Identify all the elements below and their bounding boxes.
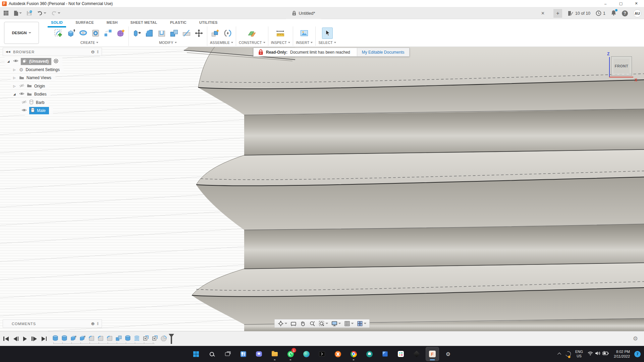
- language-switcher[interactable]: ENGUS: [575, 350, 583, 358]
- tray-overflow-chevron[interactable]: [557, 353, 561, 356]
- timeline-feature-cylinder[interactable]: [60, 334, 68, 342]
- start-button[interactable]: [190, 347, 202, 361]
- split-body-button[interactable]: [181, 27, 192, 39]
- extrude-button[interactable]: [65, 27, 76, 39]
- panel-grip[interactable]: ‖: [97, 50, 99, 54]
- minimize-button[interactable]: –: [598, 0, 613, 7]
- viewports-button[interactable]: [356, 319, 368, 327]
- help-button[interactable]: ?: [622, 10, 628, 16]
- look-at-button[interactable]: [289, 319, 298, 327]
- slack-button[interactable]: [394, 347, 407, 361]
- display-settings-button[interactable]: [330, 319, 342, 327]
- move-copy-button[interactable]: [194, 27, 204, 39]
- collapsed-arrow-icon[interactable]: ▷: [12, 76, 17, 79]
- measure-button[interactable]: [275, 27, 286, 39]
- network-volume-battery[interactable]: [587, 350, 609, 358]
- view-cube[interactable]: Z FRONT X: [606, 52, 637, 82]
- tab-surface[interactable]: SURFACE: [75, 20, 95, 25]
- timeline-feature-pattern[interactable]: [151, 334, 159, 342]
- tab-solid[interactable]: SOLID: [50, 20, 63, 25]
- revolve-button[interactable]: [78, 27, 89, 39]
- notification-count-badge[interactable]: 7: [634, 351, 641, 357]
- pan-button[interactable]: [299, 319, 307, 327]
- save-button[interactable]: [26, 10, 32, 16]
- construct-plane-button[interactable]: [247, 27, 257, 39]
- timeline-position-marker[interactable]: [169, 334, 174, 344]
- inkscape-button[interactable]: [410, 347, 423, 361]
- go-to-end-button[interactable]: [42, 337, 47, 341]
- timeline-feature-revolve[interactable]: [160, 334, 168, 342]
- timeline-feature-fillet[interactable]: [97, 334, 105, 342]
- shell-button[interactable]: [156, 27, 167, 39]
- visibility-eye-icon[interactable]: [13, 59, 18, 64]
- construct-menu[interactable]: CONSTRUCT: [239, 41, 265, 45]
- visibility-eye-icon[interactable]: [19, 92, 24, 97]
- timeline-settings-gear-icon[interactable]: ⚙: [633, 335, 644, 342]
- timeline-feature-fillet[interactable]: [106, 334, 114, 342]
- insert-canvas-button[interactable]: [299, 27, 310, 39]
- comments-panel-header[interactable]: COMMENTS ⊕ ‖: [3, 319, 102, 328]
- timeline-feature-fillet[interactable]: [88, 334, 96, 342]
- browser-item-label[interactable]: Barb: [36, 100, 44, 105]
- new-tab-button[interactable]: +: [553, 9, 562, 18]
- clock-date[interactable]: 8:02 PM2/11/2022: [614, 349, 630, 359]
- activate-component-radio[interactable]: [54, 59, 58, 64]
- assemble-menu[interactable]: ASSEMBLE: [210, 41, 233, 45]
- timeline-feature-cylinder[interactable]: [51, 334, 59, 342]
- file-explorer-button[interactable]: [268, 347, 281, 361]
- visibility-eye-off-icon[interactable]: [19, 84, 24, 88]
- close-tab-button[interactable]: ✕: [538, 11, 548, 16]
- timeline-feature-pattern[interactable]: [142, 334, 150, 342]
- modify-menu[interactable]: MODIFY: [159, 41, 177, 45]
- taskbar-search-button[interactable]: [205, 347, 218, 361]
- undo-button[interactable]: [37, 11, 46, 16]
- teams-chat-button[interactable]: [253, 347, 265, 361]
- browser-panel-header[interactable]: ◀◀ BROWSER ⊖ ‖: [3, 48, 102, 56]
- expand-arrow-icon[interactable]: ◢: [6, 60, 11, 63]
- fillet-button[interactable]: [144, 27, 155, 39]
- workspace-switcher[interactable]: DESIGN: [4, 22, 39, 44]
- fusion360-taskbar-button[interactable]: F: [426, 347, 439, 361]
- document-root-node[interactable]: (Unsaved): [21, 58, 51, 65]
- select-button[interactable]: [322, 27, 333, 39]
- panel-grip[interactable]: ‖: [97, 321, 99, 326]
- cube-app-button[interactable]: [379, 347, 391, 361]
- widgets-button[interactable]: [237, 347, 250, 361]
- timeline-feature-combine[interactable]: [115, 334, 123, 342]
- hole-button[interactable]: [90, 27, 101, 39]
- zoom-button[interactable]: [308, 319, 317, 327]
- visibility-eye-icon[interactable]: [21, 108, 27, 113]
- press-pull-button[interactable]: [131, 27, 142, 39]
- new-component-button[interactable]: [210, 27, 221, 39]
- joint-button[interactable]: [222, 27, 233, 39]
- orbit-button[interactable]: [277, 319, 288, 327]
- create-sketch-button[interactable]: [53, 27, 64, 39]
- inspect-menu[interactable]: INSPECT: [271, 41, 290, 45]
- edge-button[interactable]: [300, 347, 313, 361]
- sync-status-icon[interactable]: [565, 350, 572, 357]
- create-menu[interactable]: CREATE: [80, 41, 99, 45]
- timeline-feature-cylinder[interactable]: [124, 334, 132, 342]
- play-button[interactable]: [23, 337, 27, 341]
- settings-button[interactable]: ⚙: [442, 347, 454, 361]
- browser-item-label[interactable]: Document Settings: [26, 67, 60, 72]
- tab-sheet-metal[interactable]: SHEET METAL: [130, 20, 158, 25]
- timeline-feature-extrude[interactable]: [69, 334, 77, 342]
- my-editable-documents-link[interactable]: My Editable Documents: [357, 48, 409, 56]
- terminal-button[interactable]: [316, 347, 328, 361]
- hide-panel-button[interactable]: ⊖: [91, 49, 95, 54]
- select-menu[interactable]: SELECT: [318, 41, 336, 45]
- threaded-model[interactable]: [0, 47, 644, 331]
- grid-snap-button[interactable]: [343, 319, 355, 327]
- pattern-button[interactable]: [103, 27, 113, 39]
- maximize-button[interactable]: ▢: [613, 0, 629, 7]
- document-limit-indicator[interactable]: 10 of 10: [568, 11, 590, 16]
- go-to-start-button[interactable]: [3, 337, 9, 341]
- file-menu-button[interactable]: [13, 10, 22, 16]
- browser-item-label[interactable]: Bodies: [34, 92, 47, 97]
- viewport-canvas[interactable]: Read-Only: Document limit has been reach…: [0, 47, 644, 331]
- chrome-button[interactable]: [347, 347, 360, 361]
- collapsed-arrow-icon[interactable]: ▷: [12, 68, 17, 71]
- selected-body-node[interactable]: Male: [29, 107, 49, 114]
- visibility-eye-off-icon[interactable]: [21, 100, 27, 105]
